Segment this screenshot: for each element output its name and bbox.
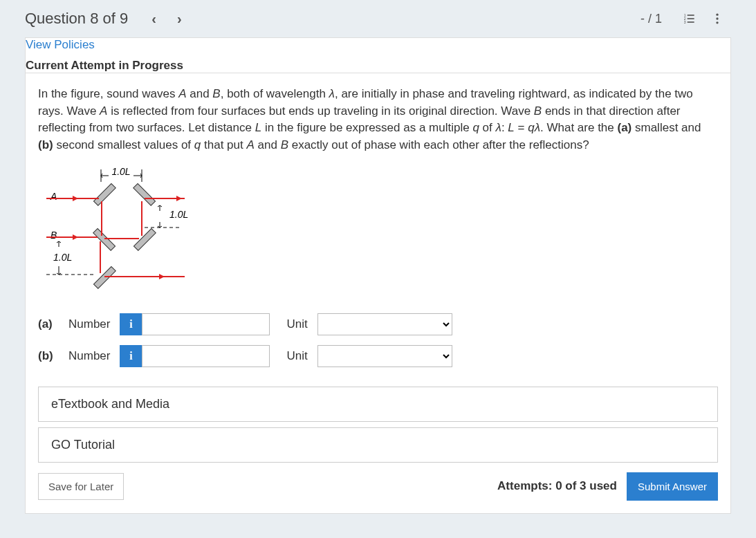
answer-row-b: (b) Number i Unit: [38, 345, 718, 367]
number-label-a: Number: [68, 317, 110, 331]
svg-rect-16: [133, 228, 156, 250]
part-b-label: (b): [38, 349, 59, 363]
svg-point-7: [716, 17, 718, 19]
figure-dim-right: 1.0L: [169, 209, 188, 220]
unit-label-a: Unit: [286, 317, 307, 331]
go-tutorial-panel[interactable]: GO Tutorial: [38, 427, 718, 463]
etextbook-panel[interactable]: eTextbook and Media: [38, 387, 718, 422]
problem-statement: In the figure, sound waves A and B, both…: [38, 86, 718, 154]
svg-rect-17: [93, 266, 116, 288]
info-icon-a[interactable]: i: [120, 313, 142, 335]
question-card: View Policies Current Attempt in Progres…: [25, 37, 731, 514]
figure-dim-top: 1.0L: [111, 166, 130, 177]
svg-marker-19: [73, 196, 78, 201]
next-question-button[interactable]: ›: [177, 11, 182, 27]
svg-text:3: 3: [684, 20, 686, 24]
svg-point-6: [716, 14, 718, 16]
question-header: Question 8 of 9 ‹ › - / 1 1 2 3: [0, 0, 756, 37]
attempt-status: Current Attempt in Progress: [26, 59, 730, 73]
figure-dim-left: 1.0L: [53, 252, 72, 263]
number-input-a[interactable]: [142, 313, 270, 335]
more-options-icon[interactable]: [710, 12, 724, 26]
part-a-label: (a): [38, 317, 59, 331]
prev-question-button[interactable]: ‹: [151, 11, 156, 27]
question-title: Question 8 of 9: [25, 10, 128, 28]
unit-label-b: Unit: [286, 349, 307, 363]
problem-figure: 1.0L: [38, 164, 718, 298]
svg-rect-15: [93, 228, 116, 250]
svg-marker-32: [159, 274, 165, 279]
question-list-icon[interactable]: 1 2 3: [683, 12, 697, 26]
svg-marker-24: [176, 196, 182, 201]
view-policies-link[interactable]: View Policies: [26, 38, 95, 59]
answer-row-a: (a) Number i Unit: [38, 313, 718, 335]
svg-rect-14: [133, 183, 156, 205]
svg-point-8: [716, 21, 718, 24]
svg-marker-29: [73, 234, 78, 240]
attempts-text: Attempts: 0 of 3 used: [497, 479, 617, 493]
unit-select-b[interactable]: [317, 345, 452, 367]
save-for-later-button[interactable]: Save for Later: [38, 473, 124, 500]
unit-select-a[interactable]: [317, 313, 452, 335]
info-icon-b[interactable]: i: [120, 345, 142, 367]
number-label-b: Number: [68, 349, 110, 363]
submit-answer-button[interactable]: Submit Answer: [627, 472, 718, 501]
figure-label-a: A: [50, 191, 57, 202]
svg-rect-13: [93, 183, 116, 205]
score-display: - / 1: [640, 12, 662, 26]
figure-label-b: B: [50, 230, 57, 241]
number-input-b[interactable]: [142, 345, 270, 367]
